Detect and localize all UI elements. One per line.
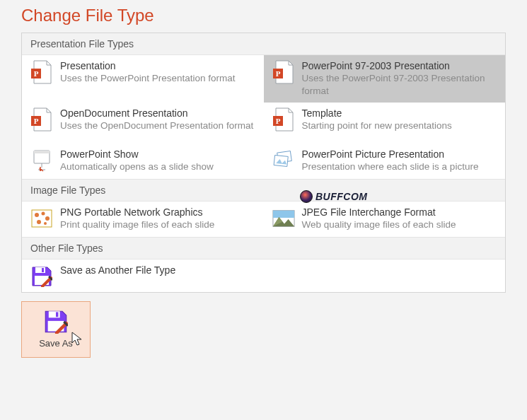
file-types-panel: Presentation File Types P Presentation U… <box>21 33 506 293</box>
item-title: PowerPoint 97-2003 Presentation <box>302 59 499 72</box>
item-text: PNG Portable Network Graphics Print qual… <box>60 206 257 231</box>
item-text: PowerPoint Picture Presentation Presenta… <box>302 148 499 173</box>
svg-text:P: P <box>34 69 39 78</box>
section-header-image: Image File Types <box>22 179 505 202</box>
item-title: PowerPoint Show <box>60 148 257 161</box>
item-text: PowerPoint Show Automatically opens as a… <box>60 148 257 173</box>
svg-rect-9 <box>34 151 50 153</box>
svg-point-19 <box>44 222 47 225</box>
presentation-file-icon: P <box>272 108 295 131</box>
svg-rect-29 <box>56 313 58 317</box>
item-title: Presentation <box>60 59 257 72</box>
item-title: PowerPoint Picture Presentation <box>302 148 499 161</box>
file-type-picture-presentation[interactable]: PowerPoint Picture Presentation Presenta… <box>264 144 506 179</box>
file-type-ppt-97-2003[interactable]: P PowerPoint 97-2003 Presentation Uses t… <box>264 55 506 103</box>
item-text: Presentation Uses the PowerPoint Present… <box>60 59 257 85</box>
save-as-label: Save As <box>39 338 73 349</box>
save-as-button[interactable]: Save As <box>21 301 91 358</box>
file-type-presentation[interactable]: P Presentation Uses the PowerPoint Prese… <box>22 55 264 103</box>
file-type-other[interactable]: Save as Another File Type <box>22 259 505 292</box>
save-disk-icon <box>44 310 68 334</box>
other-file-types: Save as Another File Type <box>22 259 505 292</box>
svg-point-16 <box>42 211 45 215</box>
page-title: Change File Type <box>21 6 506 25</box>
item-title: JPEG File Interchange Format <box>302 206 499 218</box>
image-file-types-grid: PNG Portable Network Graphics Print qual… <box>22 202 505 237</box>
item-desc: Web quality image files of each slide <box>302 218 499 231</box>
item-desc: Automatically opens as a slide show <box>60 161 257 173</box>
section-header-other: Other File Types <box>22 237 505 259</box>
item-desc: Uses the PowerPoint 97-2003 Presentation… <box>302 72 499 98</box>
item-desc: Uses the OpenDocument Presentation forma… <box>60 119 257 132</box>
slideshow-icon <box>30 149 53 172</box>
svg-point-17 <box>45 216 50 221</box>
png-icon <box>30 207 53 230</box>
file-type-jpeg[interactable]: JPEG File Interchange Format Web quality… <box>264 202 506 237</box>
svg-point-15 <box>35 213 39 217</box>
item-desc: Uses the PowerPoint Presentation format <box>60 72 257 85</box>
svg-rect-12 <box>274 155 288 166</box>
file-type-ppsx[interactable]: PowerPoint Show Automatically opens as a… <box>22 144 264 179</box>
svg-point-18 <box>37 220 41 224</box>
svg-text:P: P <box>275 117 280 125</box>
item-desc: Print quality image files of each slide <box>60 218 257 231</box>
svg-rect-25 <box>42 268 44 272</box>
item-title: Template <box>302 107 499 119</box>
file-type-png[interactable]: PNG Portable Network Graphics Print qual… <box>22 202 264 237</box>
presentation-file-types-grid: P Presentation Uses the PowerPoint Prese… <box>22 55 505 179</box>
presentation-file-icon: P <box>30 108 53 131</box>
svg-marker-32 <box>72 332 81 345</box>
svg-text:P: P <box>275 69 280 78</box>
svg-rect-21 <box>272 210 294 217</box>
item-title: OpenDocument Presentation <box>60 107 257 119</box>
item-text: Save as Another File Type <box>60 264 498 276</box>
item-title: PNG Portable Network Graphics <box>60 206 257 218</box>
file-type-odp[interactable]: P OpenDocument Presentation Uses the Ope… <box>22 103 264 144</box>
save-disk-icon <box>30 265 53 288</box>
picture-stack-icon <box>272 149 295 172</box>
item-desc: Starting point for new presentations <box>302 119 499 132</box>
file-type-template[interactable]: P Template Starting point for new presen… <box>264 103 506 144</box>
cursor-icon <box>71 332 84 350</box>
item-text: Template Starting point for new presenta… <box>302 107 499 132</box>
presentation-file-icon: P <box>30 61 53 83</box>
item-title: Save as Another File Type <box>60 264 498 276</box>
jpeg-icon <box>272 207 295 230</box>
item-text: JPEG File Interchange Format Web quality… <box>302 206 499 231</box>
presentation-file-icon: P <box>272 61 295 83</box>
svg-text:P: P <box>34 117 39 125</box>
item-desc: Presentation where each slide is a pictu… <box>302 161 499 173</box>
section-header-presentation: Presentation File Types <box>22 33 505 55</box>
item-text: PowerPoint 97-2003 Presentation Uses the… <box>302 59 499 98</box>
item-text: OpenDocument Presentation Uses the OpenD… <box>60 107 257 132</box>
